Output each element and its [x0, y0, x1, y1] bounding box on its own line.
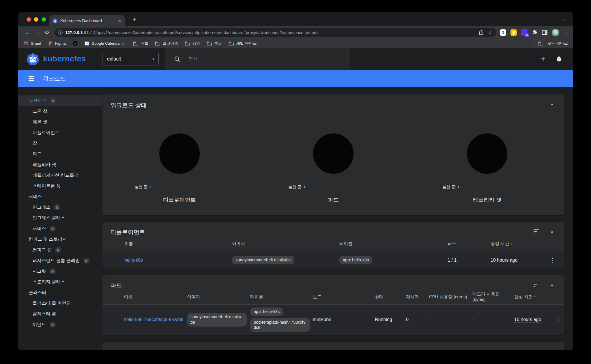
- deployment-name-link[interactable]: hello-k8s: [124, 258, 143, 263]
- col-label[interactable]: 레이블: [339, 241, 448, 246]
- col-status[interactable]: 상태: [375, 294, 406, 300]
- bookmark-google-calendar[interactable]: 17 Google Calendar -...: [85, 41, 127, 46]
- reload-icon[interactable]: ⟳: [42, 29, 52, 36]
- bookmark-folder-dev-bookmarks[interactable]: 개발 북마크: [229, 41, 257, 46]
- profile-avatar[interactable]: [552, 29, 559, 36]
- forward-icon[interactable]: →: [33, 29, 42, 36]
- next-card-partial: [102, 342, 564, 350]
- bookmark-folder-dev[interactable]: 개발: [133, 41, 148, 46]
- sidebar-item-pvcs[interactable]: 퍼시스턴트 볼륨 클레임N: [18, 255, 102, 266]
- deployment-row[interactable]: hello-k8s sunnyinsummer/hell-minikube ap…: [102, 251, 564, 269]
- create-resource-icon[interactable]: +: [541, 55, 545, 63]
- sidebar-item-ingress-classes[interactable]: 인그레스 클래스: [18, 213, 102, 223]
- col-pods[interactable]: 파드: [448, 241, 491, 246]
- col-node[interactable]: 노드: [313, 294, 375, 300]
- collapse-card-icon[interactable]: ▲: [550, 229, 554, 233]
- browser-window: Kubernetes Dashboard ✕ + ⌄ ← → ⟳ i 127.0…: [18, 12, 573, 350]
- sidebar-item-events[interactable]: 이벤트N: [18, 319, 102, 330]
- sidebar-item-ingresses[interactable]: 인그레스N: [18, 202, 102, 213]
- sidebar-item-daemonsets[interactable]: 데몬 셋: [18, 117, 102, 127]
- notifications-bell-icon[interactable]: [556, 56, 562, 63]
- col-created[interactable]: 생성 시간 ↑: [491, 241, 541, 246]
- sidebar-item-pods[interactable]: 파드: [18, 149, 102, 159]
- col-image[interactable]: 이미지: [232, 241, 339, 246]
- tab-close-icon[interactable]: ✕: [118, 19, 121, 23]
- col-created[interactable]: 생성 시간 ↑: [514, 294, 553, 300]
- row-menu-icon[interactable]: ⋮: [553, 316, 564, 323]
- new-badge: N: [55, 247, 61, 253]
- new-tab-button[interactable]: +: [132, 16, 136, 22]
- col-name[interactable]: 이름: [124, 241, 232, 246]
- tab-title: Kubernetes Dashboard: [60, 18, 115, 23]
- sidebar-item-cluster-role-bindings[interactable]: 클러스터 롤 바인딩: [18, 298, 102, 309]
- label-chip: app: hello-k8s: [339, 256, 372, 264]
- tab-search-chevron-icon[interactable]: ⌄: [562, 16, 566, 22]
- sidebar-item-cronjobs[interactable]: 크론 잡: [18, 106, 102, 117]
- fullscreen-window-button[interactable]: [42, 17, 46, 22]
- col-label[interactable]: 레이블: [250, 294, 313, 300]
- share-icon[interactable]: [479, 30, 483, 35]
- card-title: 디플로이먼트: [111, 229, 145, 235]
- menu-hamburger-icon[interactable]: [29, 76, 34, 81]
- browser-tab[interactable]: Kubernetes Dashboard ✕: [49, 15, 125, 26]
- minimize-window-button[interactable]: [34, 17, 38, 22]
- purple-extension-icon[interactable]: 8: [521, 29, 528, 36]
- new-badge: N: [54, 204, 60, 210]
- kubernetes-brand[interactable]: kubernetes: [27, 53, 86, 65]
- chart-legend: 실행 중: 1: [135, 184, 224, 190]
- bookmark-folder-algorithm[interactable]: 알고리즘: [155, 41, 178, 46]
- sidebar-item-statefulsets[interactable]: 스테이트풀 셋: [18, 181, 102, 191]
- back-icon[interactable]: ←: [23, 29, 33, 36]
- sidebar-item-configmaps[interactable]: 컨피그 맵N: [18, 245, 102, 255]
- sidebar-item-secrets[interactable]: 시크릿N: [18, 266, 102, 277]
- collapse-card-icon[interactable]: ▲: [550, 102, 554, 106]
- bookmark-folder-lecture[interactable]: 강의: [185, 41, 200, 46]
- col-memory[interactable]: 메모리 사용량 (bytes): [472, 291, 514, 302]
- sidebar-item-cluster-roles[interactable]: 클러스터 롤: [18, 309, 102, 319]
- sidebar-item-services[interactable]: 서비스N: [18, 223, 102, 234]
- all-bookmarks[interactable]: 모든 북마크: [534, 41, 568, 46]
- pod-row[interactable]: hello-k8s-758ccf9dc8-8kwmb sunnyinsummer…: [102, 304, 564, 335]
- row-menu-icon[interactable]: ⋮: [541, 257, 564, 263]
- pod-name-link[interactable]: hello-k8s-758ccf9dc8-8kwmb: [124, 317, 184, 322]
- sidebar-item-replicasets[interactable]: 레플리카 셋: [18, 159, 102, 170]
- bookmark-figma[interactable]: Figma: [48, 41, 66, 46]
- collapse-card-icon[interactable]: ▲: [550, 283, 554, 287]
- keep-bulb-icon: [513, 31, 515, 34]
- bookmark-star-icon[interactable]: ☆: [488, 29, 492, 35]
- bookmark-label: 학교: [214, 41, 222, 46]
- extensions-puzzle-icon[interactable]: [532, 29, 538, 36]
- image-chip: sunnyinsummer/hell-minikube: [232, 256, 294, 264]
- address-bar[interactable]: i 127.0.0.1:61414/api/v1/namespaces/kube…: [55, 28, 496, 37]
- col-cpu[interactable]: CPU 사용량 (cores): [429, 294, 472, 300]
- filter-icon[interactable]: [534, 229, 539, 233]
- translate-extension-icon[interactable]: G: [500, 29, 506, 36]
- pod-node: minikube: [313, 317, 375, 322]
- sidebar-item-replication-controllers[interactable]: 레플리케이션 컨트롤러: [18, 170, 102, 181]
- donut-ring: [467, 133, 507, 174]
- filter-icon[interactable]: [534, 283, 539, 287]
- col-name[interactable]: 이름: [124, 294, 187, 300]
- browser-menu-icon[interactable]: ⋮: [564, 29, 568, 35]
- col-restarts[interactable]: 재시작: [406, 294, 429, 300]
- extension-icons: G 8 ⋮: [500, 29, 568, 36]
- side-panel-icon[interactable]: [542, 30, 547, 35]
- sidebar-item-deployments[interactable]: 디플로이먼트: [18, 127, 102, 138]
- bookmarks-bar: Gmail Figma ▲ 17 Google Calendar -... 개발…: [18, 39, 573, 48]
- col-image[interactable]: 이미지: [187, 294, 250, 300]
- site-info-icon[interactable]: i: [58, 30, 63, 35]
- card-title: 파드: [111, 282, 122, 288]
- bookmark-folder-school[interactable]: 학교: [207, 41, 222, 46]
- new-badge: N: [50, 322, 56, 328]
- bookmark-label: Gmail: [31, 41, 41, 46]
- bookmark-vercel[interactable]: ▲: [73, 41, 78, 46]
- sidebar-item-workloads[interactable]: 워크로드N: [18, 95, 102, 106]
- sidebar-item-jobs[interactable]: 잡: [18, 138, 102, 149]
- search-input[interactable]: 검색: [165, 48, 350, 70]
- new-badge: N: [83, 258, 89, 264]
- namespace-select[interactable]: default ▾: [102, 53, 159, 65]
- keep-extension-icon[interactable]: [510, 29, 517, 36]
- close-window-button[interactable]: [27, 17, 31, 22]
- sidebar-item-storage-classes[interactable]: 스토리지 클래스: [18, 277, 102, 287]
- bookmark-gmail[interactable]: Gmail: [23, 41, 41, 46]
